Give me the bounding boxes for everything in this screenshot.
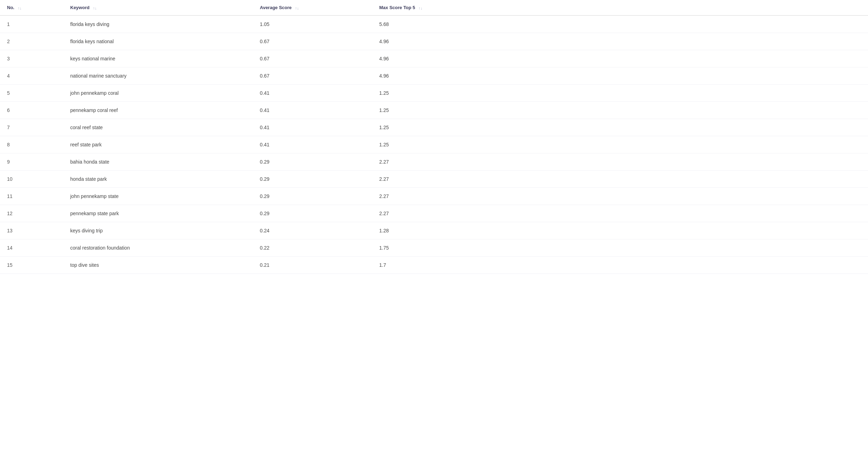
cell-max-score: 1.75 <box>372 239 868 257</box>
table-row: 14coral restoration foundation0.221.75 <box>0 239 868 257</box>
table-row: 8reef state park0.411.25 <box>0 136 868 153</box>
cell-keyword: national marine sanctuary <box>63 67 253 85</box>
cell-no: 2 <box>0 33 63 50</box>
cell-max-score: 2.27 <box>372 153 868 171</box>
col-max-label: Max Score Top 5 <box>379 5 415 10</box>
cell-keyword: pennekamp coral reef <box>63 102 253 119</box>
col-keyword-label: Keyword <box>70 5 90 10</box>
cell-max-score: 1.25 <box>372 136 868 153</box>
col-keyword-sort-icon[interactable]: ↑↓ <box>93 6 97 10</box>
cell-keyword: john pennekamp state <box>63 188 253 205</box>
cell-keyword: florida keys diving <box>63 15 253 33</box>
cell-max-score: 1.7 <box>372 257 868 274</box>
cell-keyword: bahia honda state <box>63 153 253 171</box>
cell-no: 6 <box>0 102 63 119</box>
cell-keyword: top dive sites <box>63 257 253 274</box>
table-row: 9bahia honda state0.292.27 <box>0 153 868 171</box>
table-header-row: No. ↑↓ Keyword ↑↓ Average Score ↑↓ Max S… <box>0 0 868 15</box>
cell-keyword: coral restoration foundation <box>63 239 253 257</box>
col-header-max-score[interactable]: Max Score Top 5 ↑↓ <box>372 0 868 15</box>
cell-avg-score: 0.29 <box>253 153 372 171</box>
table-row: 7coral reef state0.411.25 <box>0 119 868 136</box>
cell-avg-score: 0.41 <box>253 136 372 153</box>
col-no-sort-icon[interactable]: ↑↓ <box>18 6 22 10</box>
col-max-sort-icon[interactable]: ↑↓ <box>419 6 422 10</box>
table-row: 6pennekamp coral reef0.411.25 <box>0 102 868 119</box>
cell-keyword: honda state park <box>63 171 253 188</box>
col-header-avg-score[interactable]: Average Score ↑↓ <box>253 0 372 15</box>
cell-max-score: 4.96 <box>372 50 868 67</box>
cell-max-score: 2.27 <box>372 188 868 205</box>
cell-max-score: 1.25 <box>372 119 868 136</box>
keyword-table-container: No. ↑↓ Keyword ↑↓ Average Score ↑↓ Max S… <box>0 0 868 274</box>
cell-max-score: 1.25 <box>372 102 868 119</box>
cell-max-score: 4.96 <box>372 33 868 50</box>
cell-no: 12 <box>0 205 63 222</box>
cell-keyword: reef state park <box>63 136 253 153</box>
table-row: 10honda state park0.292.27 <box>0 171 868 188</box>
cell-no: 7 <box>0 119 63 136</box>
col-avg-sort-icon[interactable]: ↑↓ <box>295 6 299 10</box>
cell-no: 5 <box>0 85 63 102</box>
cell-no: 1 <box>0 15 63 33</box>
col-header-keyword[interactable]: Keyword ↑↓ <box>63 0 253 15</box>
table-row: 13keys diving trip0.241.28 <box>0 222 868 239</box>
cell-no: 13 <box>0 222 63 239</box>
cell-max-score: 2.27 <box>372 205 868 222</box>
cell-no: 8 <box>0 136 63 153</box>
cell-no: 11 <box>0 188 63 205</box>
table-row: 11john pennekamp state0.292.27 <box>0 188 868 205</box>
table-row: 3keys national marine0.674.96 <box>0 50 868 67</box>
cell-avg-score: 0.41 <box>253 119 372 136</box>
cell-max-score: 2.27 <box>372 171 868 188</box>
table-row: 2florida keys national0.674.96 <box>0 33 868 50</box>
cell-no: 14 <box>0 239 63 257</box>
cell-no: 3 <box>0 50 63 67</box>
col-header-no[interactable]: No. ↑↓ <box>0 0 63 15</box>
cell-max-score: 1.25 <box>372 85 868 102</box>
cell-avg-score: 0.67 <box>253 33 372 50</box>
table-row: 4national marine sanctuary0.674.96 <box>0 67 868 85</box>
cell-max-score: 5.68 <box>372 15 868 33</box>
table-row: 12pennekamp state park0.292.27 <box>0 205 868 222</box>
cell-avg-score: 0.22 <box>253 239 372 257</box>
cell-no: 15 <box>0 257 63 274</box>
cell-avg-score: 0.29 <box>253 205 372 222</box>
table-row: 5john pennekamp coral0.411.25 <box>0 85 868 102</box>
cell-keyword: pennekamp state park <box>63 205 253 222</box>
cell-keyword: coral reef state <box>63 119 253 136</box>
cell-avg-score: 0.29 <box>253 171 372 188</box>
cell-avg-score: 0.21 <box>253 257 372 274</box>
keyword-table: No. ↑↓ Keyword ↑↓ Average Score ↑↓ Max S… <box>0 0 868 274</box>
cell-avg-score: 0.24 <box>253 222 372 239</box>
cell-avg-score: 1.05 <box>253 15 372 33</box>
cell-no: 4 <box>0 67 63 85</box>
table-row: 15top dive sites0.211.7 <box>0 257 868 274</box>
cell-max-score: 4.96 <box>372 67 868 85</box>
cell-avg-score: 0.67 <box>253 50 372 67</box>
cell-keyword: keys national marine <box>63 50 253 67</box>
cell-avg-score: 0.29 <box>253 188 372 205</box>
col-no-label: No. <box>7 5 14 10</box>
cell-keyword: keys diving trip <box>63 222 253 239</box>
cell-avg-score: 0.67 <box>253 67 372 85</box>
table-row: 1florida keys diving1.055.68 <box>0 15 868 33</box>
cell-keyword: john pennekamp coral <box>63 85 253 102</box>
col-avg-label: Average Score <box>260 5 292 10</box>
cell-avg-score: 0.41 <box>253 102 372 119</box>
cell-avg-score: 0.41 <box>253 85 372 102</box>
cell-max-score: 1.28 <box>372 222 868 239</box>
cell-no: 9 <box>0 153 63 171</box>
cell-keyword: florida keys national <box>63 33 253 50</box>
cell-no: 10 <box>0 171 63 188</box>
